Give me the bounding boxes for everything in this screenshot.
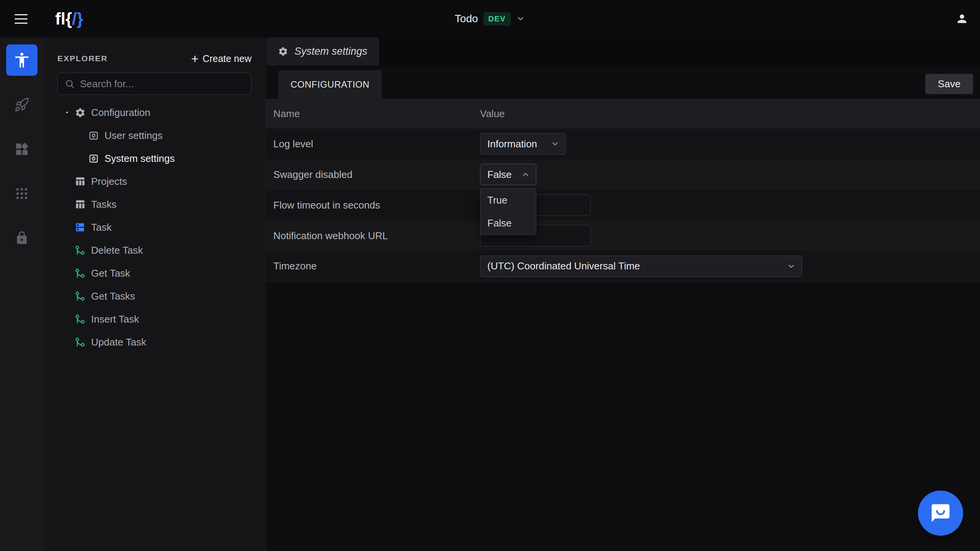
flow-merge-icon xyxy=(74,290,86,302)
explorer-panel: EXPLORER + Create new xyxy=(44,37,266,551)
logo-braces: /} xyxy=(72,9,83,28)
tree-item-tasks[interactable]: Tasks xyxy=(44,193,265,216)
rail-apps-button[interactable] xyxy=(8,185,35,202)
tree-item-label: Delete Task xyxy=(91,245,143,256)
chevron-down-icon xyxy=(551,140,559,148)
swagger-dropdown-menu: True False xyxy=(480,188,536,235)
flow-merge-icon xyxy=(74,336,86,348)
tree-item-user-settings[interactable]: User settings xyxy=(44,124,265,147)
select-value: (UTC) Coordinated Universal Time xyxy=(487,260,640,272)
setting-name: Notification webhook URL xyxy=(266,230,480,242)
tree-item-label: Insert Task xyxy=(91,313,139,325)
explorer-tree: Configuration User settings System setti… xyxy=(44,101,265,354)
settings-window-icon xyxy=(88,130,99,141)
table-row: Log level Information xyxy=(266,129,980,159)
tree-item-label: Projects xyxy=(91,176,127,187)
settings-table: Name Value Log level Information xyxy=(266,99,980,282)
flow-merge-icon xyxy=(74,267,86,279)
tree-item-insert-task[interactable]: Insert Task xyxy=(44,308,265,331)
chevron-up-icon xyxy=(521,170,530,179)
log-level-select[interactable]: Information xyxy=(480,133,566,155)
menu-button[interactable] xyxy=(15,12,30,25)
user-menu-button[interactable] xyxy=(956,12,969,25)
table-header-row: Name Value xyxy=(266,99,980,129)
select-value: Information xyxy=(487,138,537,150)
save-button[interactable]: Save xyxy=(925,74,973,94)
tree-item-label: Configuration xyxy=(91,107,150,119)
table-row: Swagger disabled False xyxy=(266,159,980,190)
rail-widgets-button[interactable] xyxy=(8,141,35,158)
project-selector[interactable]: Todo DEV xyxy=(455,0,525,37)
create-new-button[interactable]: + Create new xyxy=(191,53,252,64)
plus-icon: + xyxy=(191,54,199,64)
tab-configuration[interactable]: CONFIGURATION xyxy=(278,70,382,99)
create-new-label: Create new xyxy=(203,53,252,64)
timezone-select[interactable]: (UTC) Coordinated Universal Time xyxy=(480,256,802,277)
workflow-person-icon xyxy=(13,51,31,69)
tree-item-label: User settings xyxy=(105,130,163,142)
setting-name: Swagger disabled xyxy=(266,169,480,181)
tree-item-get-tasks[interactable]: Get Tasks xyxy=(44,285,265,308)
app-window: fl{/} Todo DEV xyxy=(0,0,980,551)
tab-system-settings[interactable]: System settings xyxy=(266,37,379,65)
rail-rocket-button[interactable] xyxy=(8,96,35,113)
chat-launcher-button[interactable] xyxy=(918,491,963,536)
tree-item-label: Get Task xyxy=(91,267,130,279)
swagger-disabled-select[interactable]: False xyxy=(480,164,536,185)
apps-grid-icon xyxy=(15,186,29,201)
flow-merge-icon xyxy=(74,313,86,325)
project-name: Todo xyxy=(455,13,478,25)
tree-item-task[interactable]: Task xyxy=(44,216,265,239)
table-row: Flow timeout in seconds xyxy=(266,190,980,220)
explorer-search xyxy=(57,73,252,95)
app-logo: fl{/} xyxy=(55,9,83,28)
column-header-name: Name xyxy=(266,108,480,120)
tree-item-label: Get Tasks xyxy=(91,290,135,302)
dropdown-option-true[interactable]: True xyxy=(480,189,536,212)
table-icon xyxy=(74,176,86,187)
env-badge: DEV xyxy=(483,12,511,26)
tree-item-projects[interactable]: Projects xyxy=(44,170,265,193)
setting-name: Flow timeout in seconds xyxy=(266,199,480,211)
caret-down-icon[interactable] xyxy=(64,109,70,116)
main-content: System settings CONFIGURATION Save Name … xyxy=(266,37,980,551)
hamburger-icon xyxy=(15,14,28,15)
search-icon xyxy=(65,79,75,89)
configuration-tab-label: CONFIGURATION xyxy=(291,79,369,90)
tree-item-label: Update Task xyxy=(91,336,146,348)
tree-item-update-task[interactable]: Update Task xyxy=(44,331,265,354)
topbar: fl{/} Todo DEV xyxy=(0,0,980,37)
chevron-down-icon xyxy=(787,262,795,271)
select-value: False xyxy=(487,169,512,181)
icon-rail xyxy=(0,37,44,551)
chat-bubble-icon xyxy=(930,502,951,524)
table-row: Timezone (UTC) Coordinated Universal Tim… xyxy=(266,251,980,282)
record-list-icon xyxy=(74,222,86,233)
explorer-title: EXPLORER xyxy=(57,54,108,63)
tree-item-configuration[interactable]: Configuration xyxy=(44,101,265,124)
gear-icon xyxy=(278,46,288,57)
settings-window-icon xyxy=(88,153,99,164)
rail-workflow-button[interactable] xyxy=(6,44,38,76)
tree-item-get-task[interactable]: Get Task xyxy=(44,262,265,285)
widgets-icon xyxy=(14,142,29,157)
tree-item-label: System settings xyxy=(105,153,175,165)
tree-item-label: Task xyxy=(91,222,111,233)
rail-lock-button[interactable] xyxy=(8,230,35,246)
setting-name: Log level xyxy=(266,138,480,150)
setting-name: Timezone xyxy=(266,260,480,272)
search-input[interactable] xyxy=(80,78,244,90)
tree-item-label: Tasks xyxy=(91,199,116,210)
tree-item-delete-task[interactable]: Delete Task xyxy=(44,239,265,262)
lock-icon xyxy=(15,231,29,245)
dropdown-option-false[interactable]: False xyxy=(480,212,536,235)
tab-label: System settings xyxy=(294,46,368,57)
table-icon xyxy=(74,199,86,210)
logo-text: fl{ xyxy=(55,9,72,28)
document-tabstrip: System settings xyxy=(266,37,980,65)
table-row: Notification webhook URL xyxy=(266,220,980,251)
rocket-icon xyxy=(14,97,29,112)
gear-icon xyxy=(74,107,86,118)
chevron-down-icon xyxy=(516,14,525,23)
tree-item-system-settings[interactable]: System settings xyxy=(44,147,265,170)
